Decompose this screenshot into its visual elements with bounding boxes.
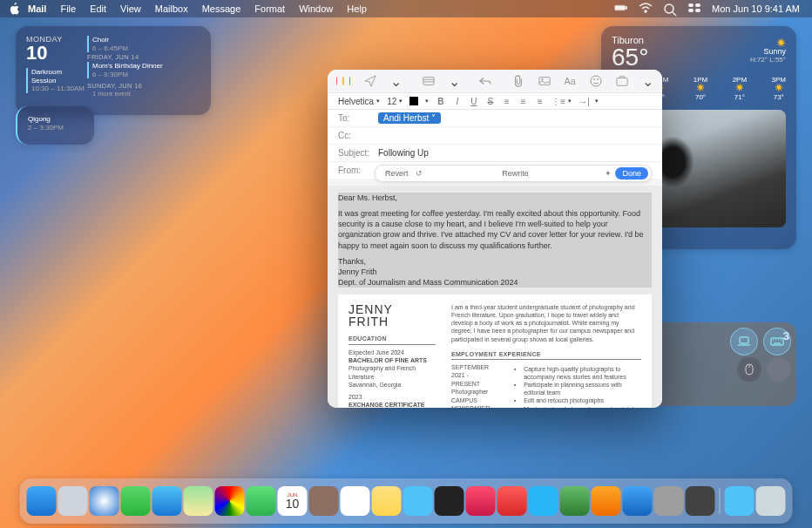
menu-help[interactable]: Help	[347, 3, 367, 14]
attachment-icon[interactable]	[512, 74, 524, 88]
dock-maps[interactable]	[184, 486, 213, 516]
svg-point-3	[645, 10, 646, 12]
menu-mailbox[interactable]: Mailbox	[155, 3, 188, 14]
menu-edit[interactable]: Edit	[90, 3, 106, 14]
dock-news[interactable]	[497, 486, 527, 516]
window-titlebar[interactable]: ⌄ ⌄ Aa ⌄	[328, 70, 662, 92]
svg-rect-23	[538, 78, 549, 85]
svg-point-26	[593, 79, 594, 80]
dock-preview[interactable]	[686, 486, 715, 516]
svg-rect-20	[423, 78, 434, 85]
zoom-button[interactable]	[349, 77, 350, 85]
undo-icon[interactable]: ↺	[416, 169, 426, 178]
subject-field[interactable]: Following Up	[378, 148, 652, 158]
reply-icon[interactable]	[479, 74, 491, 88]
dock-music[interactable]	[466, 486, 496, 516]
menubar: Mail File Edit View Mailbox Message Form…	[0, 0, 812, 17]
spotlight-icon[interactable]	[663, 3, 677, 15]
dock-tv[interactable]	[435, 486, 464, 516]
svg-rect-8	[688, 9, 694, 12]
apple-menu-icon[interactable]	[9, 3, 21, 15]
svg-rect-7	[695, 3, 700, 7]
strike-button[interactable]: S	[485, 97, 495, 106]
list-icon[interactable]: ⋮≡	[551, 97, 561, 106]
emoji-icon[interactable]	[590, 74, 602, 88]
bold-button[interactable]: B	[436, 97, 445, 106]
indent-icon[interactable]: →|	[579, 97, 588, 106]
revert-button[interactable]: Revert	[378, 167, 416, 179]
done-button[interactable]: Done	[615, 167, 648, 179]
battery-icon[interactable]	[614, 3, 628, 15]
mouse-icon[interactable]	[737, 357, 761, 382]
minimize-button[interactable]	[342, 77, 343, 85]
color-picker[interactable]	[409, 97, 418, 105]
dock-finder[interactable]	[27, 486, 57, 516]
menu-message[interactable]: Message	[202, 3, 241, 14]
font-selector[interactable]: Helvetica ▾	[338, 97, 380, 106]
menu-file[interactable]: File	[60, 3, 76, 14]
chevron-down-icon[interactable]: ⌄	[390, 74, 402, 88]
menubar-clock[interactable]: Mon Jun 10 9:41 AM	[712, 3, 800, 14]
svg-rect-2	[626, 7, 626, 10]
markup-icon[interactable]	[616, 74, 628, 88]
cal-day-number: 10	[26, 44, 87, 63]
chevron-down-icon[interactable]: ⌄	[449, 74, 460, 88]
dock-calendar[interactable]: JUN10	[278, 486, 308, 516]
dock-mail[interactable]	[152, 486, 182, 516]
recipient-pill[interactable]: Andi Herbst ˅	[378, 112, 441, 124]
dock-facetime[interactable]	[247, 486, 276, 516]
svg-rect-9	[695, 9, 700, 12]
format-bar: Helvetica ▾ 12 ▾ ▾ B I U S ≡ ≡ ≡ ⋮≡▾ →|▾	[328, 92, 662, 110]
dock-reminders[interactable]	[341, 486, 370, 516]
cal-event-qigong: Qigong 2 – 3:30PM	[16, 106, 94, 145]
menu-view[interactable]: View	[120, 3, 141, 14]
chevron-down-icon[interactable]: ⌄	[642, 74, 653, 88]
italic-button[interactable]: I	[452, 97, 462, 106]
dock-messages[interactable]	[121, 486, 151, 516]
dock: JUN10	[20, 478, 793, 524]
dock-numbers[interactable]	[560, 486, 590, 516]
wifi-icon[interactable]	[639, 3, 653, 15]
svg-point-27	[597, 79, 598, 80]
format-icon[interactable]: Aa	[565, 74, 576, 88]
laptop-icon[interactable]	[730, 328, 758, 355]
dock-podcast[interactable]	[529, 486, 558, 516]
align-right-icon[interactable]: ≡	[535, 97, 545, 106]
photo-icon[interactable]	[538, 74, 551, 88]
keyboard-icon[interactable]	[763, 328, 791, 355]
blank-control[interactable]	[767, 357, 791, 382]
dock-settings[interactable]	[654, 486, 684, 516]
align-left-icon[interactable]: ≡	[502, 97, 511, 106]
dock-freeform[interactable]	[403, 486, 433, 516]
message-body[interactable]: Dear Ms. Herbst, It was great meeting fo…	[328, 186, 662, 408]
resume-attachment: JENNYFRITH EDUCATION Expected June 2024 …	[338, 294, 652, 408]
menu-window[interactable]: Window	[299, 3, 333, 14]
underline-button[interactable]: U	[469, 97, 478, 106]
header-fields-button[interactable]	[423, 74, 435, 88]
dock-notes[interactable]	[372, 486, 402, 516]
sun-icon: ☀️	[772, 84, 786, 91]
dock-launchpad[interactable]	[58, 486, 88, 516]
menu-format[interactable]: Format	[254, 3, 285, 14]
close-button[interactable]	[336, 77, 337, 85]
sun-icon: ☀️	[694, 84, 707, 91]
dock-appstore[interactable]	[623, 486, 653, 516]
control-center-icon[interactable]	[687, 3, 701, 15]
dock-downloads[interactable]	[725, 486, 754, 516]
dock-trash[interactable]	[756, 486, 786, 516]
svg-point-4	[665, 4, 673, 13]
dock-pages[interactable]	[592, 486, 621, 516]
svg-point-25	[591, 76, 601, 86]
align-center-icon[interactable]: ≡	[518, 97, 528, 106]
dock-safari[interactable]	[90, 486, 119, 516]
dock-contacts[interactable]	[309, 486, 339, 516]
sparkle-icon[interactable]: ✦	[605, 169, 615, 178]
menu-app[interactable]: Mail	[28, 3, 46, 14]
mail-compose-window: ⌄ ⌄ Aa ⌄ Helvetica ▾ 12 ▾ ▾ B I U S ≡ ≡ …	[328, 70, 662, 408]
svg-rect-10	[740, 337, 748, 343]
send-button[interactable]	[364, 74, 376, 88]
dock-photos[interactable]	[215, 486, 245, 516]
svg-rect-12	[771, 338, 783, 345]
calendar-widget[interactable]: MONDAY 10 Darkroom Session 10:30 – 11:30…	[16, 26, 211, 115]
size-selector[interactable]: 12 ▾	[387, 97, 403, 106]
